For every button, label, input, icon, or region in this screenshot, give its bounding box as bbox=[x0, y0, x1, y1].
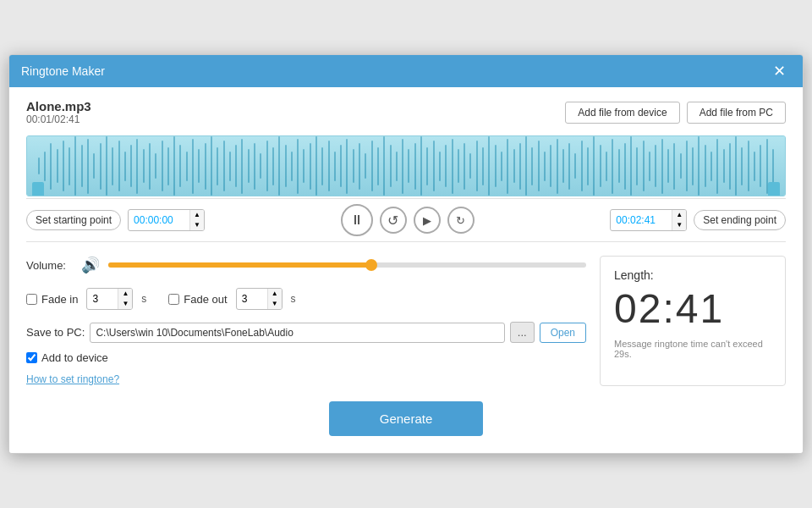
fade-out-up[interactable]: ▲ bbox=[268, 289, 282, 299]
add-file-pc-button[interactable]: Add file from PC bbox=[687, 102, 786, 124]
waveform-container[interactable] bbox=[26, 135, 786, 196]
length-label: Length: bbox=[614, 268, 771, 282]
fade-in-checkbox[interactable] bbox=[26, 294, 37, 305]
volume-filled bbox=[108, 262, 371, 268]
length-panel: Length: 02:41 Message ringtone time can'… bbox=[600, 256, 786, 386]
save-row: Save to PC: ... Open bbox=[26, 322, 586, 343]
waveform-handle-right[interactable] bbox=[768, 182, 780, 196]
end-time-up[interactable]: ▲ bbox=[672, 210, 686, 220]
add-file-device-button[interactable]: Add file from device bbox=[565, 102, 679, 124]
replay-from-button[interactable]: ↻ bbox=[447, 207, 475, 234]
close-button[interactable]: ✕ bbox=[768, 62, 791, 80]
volume-thumb[interactable] bbox=[365, 259, 377, 271]
fade-out-s: s bbox=[291, 293, 296, 305]
playback-controls: ⏸ ↺ ▶ ↻ bbox=[211, 204, 603, 236]
replay-button[interactable]: ↺ bbox=[380, 207, 407, 234]
fade-in-s: s bbox=[141, 293, 146, 305]
end-time-input-group: ▲ ▼ bbox=[610, 209, 687, 231]
start-time-spinners: ▲ ▼ bbox=[189, 210, 204, 230]
window-title: Ringtone Maker bbox=[21, 64, 105, 78]
waveform-inner bbox=[36, 145, 776, 187]
volume-icon: 🔊 bbox=[81, 256, 100, 274]
fade-in-spinners: ▲ ▼ bbox=[118, 289, 132, 309]
start-time-down[interactable]: ▼ bbox=[190, 220, 204, 230]
main-window: Ringtone Maker ✕ Alone.mp3 00:01/02:41 A… bbox=[8, 54, 804, 454]
file-time: 00:01/02:41 bbox=[26, 113, 91, 125]
how-to-ringtone-link[interactable]: How to set ringtone? bbox=[26, 373, 119, 385]
fade-in-down[interactable]: ▼ bbox=[118, 299, 132, 309]
fade-in-value[interactable] bbox=[87, 290, 118, 307]
start-time-input-group: ▲ ▼ bbox=[128, 209, 205, 231]
file-info: Alone.mp3 00:01/02:41 bbox=[26, 99, 91, 125]
controls-row: Set starting point ▲ ▼ ⏸ ↺ ▶ ↻ ▲ bbox=[26, 198, 786, 242]
fade-out-text: Fade out bbox=[184, 293, 227, 306]
fade-out-spinner: ▲ ▼ bbox=[236, 288, 283, 310]
volume-row: Volume: 🔊 bbox=[26, 256, 586, 274]
add-device-row: Add to device bbox=[26, 351, 586, 364]
save-label: Save to PC: bbox=[26, 326, 85, 339]
fade-in-up[interactable]: ▲ bbox=[118, 289, 132, 299]
left-section: Volume: 🔊 Fade in bbox=[26, 256, 586, 386]
set-start-button[interactable]: Set starting point bbox=[26, 210, 121, 230]
start-time-up[interactable]: ▲ bbox=[190, 210, 204, 220]
volume-label: Volume: bbox=[26, 259, 73, 272]
play-button[interactable]: ▶ bbox=[414, 207, 441, 234]
waveform-handle-left[interactable] bbox=[32, 182, 44, 196]
title-bar: Ringtone Maker ✕ bbox=[9, 55, 803, 87]
set-end-button[interactable]: Set ending point bbox=[694, 210, 786, 230]
fade-in-spinner: ▲ ▼ bbox=[86, 288, 133, 310]
length-display: 02:41 bbox=[614, 285, 771, 332]
fade-out-value[interactable] bbox=[237, 290, 267, 307]
fade-in-text: Fade in bbox=[41, 293, 78, 306]
browse-button[interactable]: ... bbox=[510, 322, 535, 343]
add-device-checkbox[interactable] bbox=[26, 352, 37, 363]
end-time-spinners: ▲ ▼ bbox=[672, 210, 686, 230]
generate-button[interactable]: Generate bbox=[329, 401, 484, 436]
add-device-text: Add to device bbox=[41, 351, 108, 364]
pause-button[interactable]: ⏸ bbox=[341, 204, 373, 236]
end-time-down[interactable]: ▼ bbox=[672, 220, 686, 230]
generate-row: Generate bbox=[26, 401, 786, 436]
volume-slider[interactable] bbox=[108, 262, 586, 268]
fade-out-label[interactable]: Fade out bbox=[168, 293, 227, 306]
fade-in-label[interactable]: Fade in bbox=[26, 293, 78, 306]
start-time-input[interactable] bbox=[129, 211, 189, 229]
save-path-input[interactable] bbox=[90, 323, 504, 343]
add-device-label[interactable]: Add to device bbox=[26, 351, 108, 364]
fade-out-spinners: ▲ ▼ bbox=[267, 289, 282, 309]
fade-row: Fade in ▲ ▼ s Fade out bbox=[26, 288, 586, 310]
length-note: Message ringtone time can't exceed 29s. bbox=[614, 339, 771, 359]
open-button[interactable]: Open bbox=[540, 323, 586, 343]
content-area: Alone.mp3 00:01/02:41 Add file from devi… bbox=[9, 87, 803, 453]
end-controls: ▲ ▼ Set ending point bbox=[610, 209, 786, 231]
header-row: Alone.mp3 00:01/02:41 Add file from devi… bbox=[26, 99, 786, 125]
header-buttons: Add file from device Add file from PC bbox=[565, 102, 786, 124]
file-name: Alone.mp3 bbox=[26, 99, 91, 113]
fade-out-down[interactable]: ▼ bbox=[268, 299, 282, 309]
end-time-input[interactable] bbox=[611, 211, 672, 229]
bottom-section: Volume: 🔊 Fade in bbox=[26, 256, 786, 386]
fade-out-checkbox[interactable] bbox=[168, 294, 179, 305]
